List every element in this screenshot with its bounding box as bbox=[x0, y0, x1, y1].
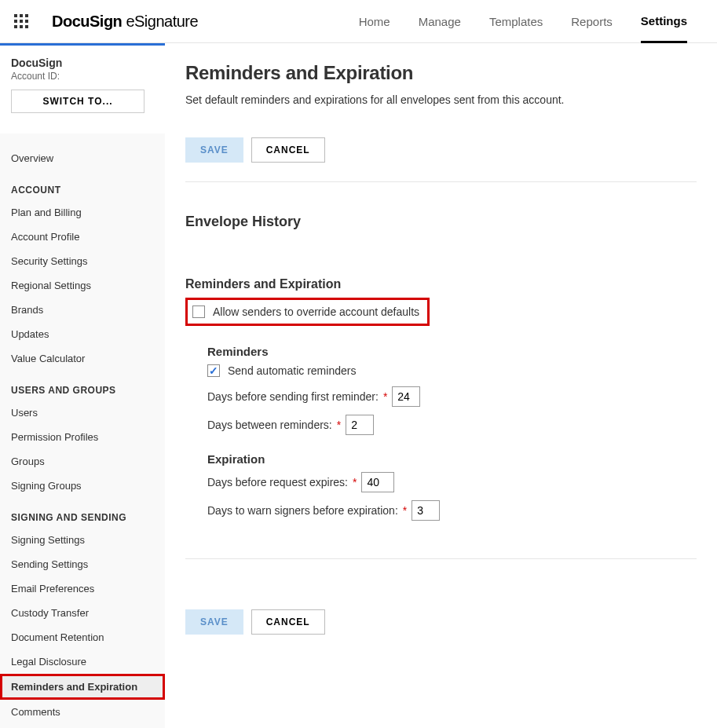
nav-home[interactable]: Home bbox=[359, 0, 390, 42]
cancel-button[interactable]: CANCEL bbox=[251, 137, 325, 163]
first-reminder-input[interactable] bbox=[392, 386, 420, 407]
required-marker: * bbox=[383, 390, 387, 403]
sidebar-item-email-preferences[interactable]: Email Preferences bbox=[0, 576, 165, 601]
nav-reports[interactable]: Reports bbox=[571, 0, 613, 42]
between-reminders-input[interactable] bbox=[346, 415, 374, 435]
brand-bold: DocuSign bbox=[52, 13, 122, 30]
send-auto-label: Send automatic reminders bbox=[228, 364, 356, 377]
sidebar-header: DocuSign Account ID: SWITCH TO... bbox=[0, 46, 165, 134]
sidebar-item-document-retention[interactable]: Document Retention bbox=[0, 625, 165, 649]
warn-label: Days to warn signers before expiration: bbox=[207, 504, 398, 517]
required-marker: * bbox=[337, 419, 341, 431]
brand-logo: DocuSign eSignature bbox=[52, 13, 198, 31]
sidebar-item-security-settings[interactable]: Security Settings bbox=[0, 249, 165, 273]
sidebar-title: DocuSign bbox=[11, 57, 154, 69]
sidebar-item-users[interactable]: Users bbox=[0, 401, 165, 425]
sidebar-section-signing-sending: SIGNING AND SENDING bbox=[0, 498, 165, 528]
sidebar-item-brands[interactable]: Brands bbox=[0, 298, 165, 322]
envelope-history-heading: Envelope History bbox=[185, 214, 697, 230]
send-auto-checkbox[interactable] bbox=[207, 364, 220, 377]
sidebar-account-id: Account ID: bbox=[11, 71, 154, 82]
nav-manage[interactable]: Manage bbox=[419, 0, 461, 42]
sidebar-item-regional-settings[interactable]: Regional Settings bbox=[0, 273, 165, 298]
between-reminders-label: Days between reminders: bbox=[207, 419, 332, 431]
sidebar-item-signing-groups[interactable]: Signing Groups bbox=[0, 474, 165, 498]
switch-to-button[interactable]: SWITCH TO... bbox=[11, 90, 144, 113]
warn-input[interactable] bbox=[412, 500, 440, 521]
cancel-button-bottom[interactable]: CANCEL bbox=[251, 609, 325, 635]
divider bbox=[185, 558, 697, 559]
allow-override-highlight: Allow senders to override account defaul… bbox=[185, 298, 430, 326]
sidebar-item-signing-settings[interactable]: Signing Settings bbox=[0, 528, 165, 552]
brand-thin: eSignature bbox=[122, 13, 198, 30]
nav-templates[interactable]: Templates bbox=[489, 0, 543, 42]
action-buttons-bottom: SAVE CANCEL bbox=[185, 609, 697, 635]
nav-settings[interactable]: Settings bbox=[641, 1, 687, 43]
allow-override-checkbox[interactable] bbox=[192, 305, 205, 318]
main-content: Reminders and Expiration Set default rem… bbox=[165, 43, 717, 728]
sidebar-section-account: ACCOUNT bbox=[0, 170, 165, 200]
expires-label: Days before request expires: bbox=[207, 476, 348, 488]
divider bbox=[185, 181, 697, 182]
reminders-expiration-heading: Reminders and Expiration bbox=[185, 277, 697, 291]
sidebar-item-groups[interactable]: Groups bbox=[0, 449, 165, 474]
sidebar-item-plan-billing[interactable]: Plan and Billing bbox=[0, 200, 165, 225]
allow-override-label: Allow senders to override account defaul… bbox=[213, 305, 419, 318]
save-button[interactable]: SAVE bbox=[185, 137, 243, 163]
top-nav: Home Manage Templates Reports Settings bbox=[359, 0, 687, 42]
sidebar-item-account-profile[interactable]: Account Profile bbox=[0, 225, 165, 249]
sidebar-item-reminders-expiration[interactable]: Reminders and Expiration bbox=[0, 674, 165, 700]
page-description: Set default reminders and expirations fo… bbox=[185, 93, 697, 106]
reminders-heading: Reminders bbox=[207, 345, 697, 358]
required-marker: * bbox=[353, 476, 357, 488]
sidebar-item-updates[interactable]: Updates bbox=[0, 322, 165, 346]
apps-grid-icon[interactable] bbox=[14, 14, 28, 28]
action-buttons-top: SAVE CANCEL bbox=[185, 137, 697, 163]
expires-input[interactable] bbox=[361, 472, 394, 492]
sidebar-item-sending-settings[interactable]: Sending Settings bbox=[0, 552, 165, 576]
required-marker: * bbox=[403, 504, 407, 517]
sidebar-item-value-calculator[interactable]: Value Calculator bbox=[0, 346, 165, 371]
sidebar-item-custody-transfer[interactable]: Custody Transfer bbox=[0, 601, 165, 625]
sidebar: DocuSign Account ID: SWITCH TO... Overvi… bbox=[0, 43, 165, 728]
save-button-bottom[interactable]: SAVE bbox=[185, 609, 243, 635]
sidebar-item-permission-profiles[interactable]: Permission Profiles bbox=[0, 425, 165, 449]
expiration-heading: Expiration bbox=[207, 452, 697, 466]
sidebar-item-legal-disclosure[interactable]: Legal Disclosure bbox=[0, 649, 165, 674]
topbar: DocuSign eSignature Home Manage Template… bbox=[0, 0, 717, 43]
page-title: Reminders and Expiration bbox=[185, 62, 697, 84]
sidebar-item-comments[interactable]: Comments bbox=[0, 700, 165, 724]
first-reminder-label: Days before sending first reminder: bbox=[207, 390, 379, 403]
sidebar-item-overview[interactable]: Overview bbox=[0, 146, 165, 170]
sidebar-section-users-groups: USERS AND GROUPS bbox=[0, 371, 165, 401]
